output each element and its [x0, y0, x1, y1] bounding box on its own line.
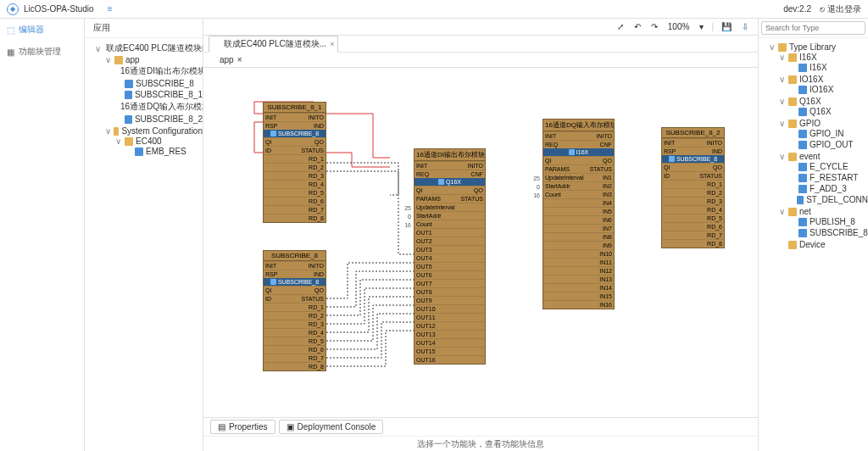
topbar: ◆ LicOS-OPA-Studio ≡ dev:2.2 ⎋退出登录: [0, 0, 868, 19]
lib-item[interactable]: SUBSCRIBE_8: [789, 228, 868, 237]
block-subscribe-8-1[interactable]: SUBSCRIBE_8_1 INITINITO RSPIND SUBSCRIBE…: [263, 102, 326, 223]
project-tree: ∨联成EC400 PLC隧道模块组态 ∨app 16通道DI输出布尔模块 SUB…: [85, 38, 203, 163]
fb-icon: [125, 91, 132, 99]
fb-type-icon: [669, 156, 675, 162]
blocks-icon: ▦: [7, 47, 15, 56]
folder-icon: [114, 127, 119, 136]
center: ⤢ ↶ ↷ 100% ▾ | 💾 ⇩ 联成EC400 PLC隧道模块...× a…: [203, 19, 758, 451]
fb-type-icon: [270, 131, 276, 136]
lib-group[interactable]: ∨event: [779, 152, 868, 161]
close-icon[interactable]: ×: [237, 55, 242, 64]
port-value: 25: [527, 175, 540, 181]
search-input[interactable]: [761, 21, 865, 35]
lib-group[interactable]: ∨I16X: [779, 53, 868, 62]
lib-group[interactable]: ∨IO16X: [779, 75, 868, 84]
tree-emb[interactable]: EMB_RES: [125, 147, 203, 156]
lib-item[interactable]: E_CYCLE: [789, 162, 868, 171]
folder-icon: [209, 56, 216, 64]
lib-item[interactable]: F_RESTART: [789, 173, 868, 182]
hamburger-icon[interactable]: ≡: [108, 4, 113, 14]
lib-item[interactable]: IO16X: [789, 85, 868, 94]
editor-icon: ⬚: [7, 25, 15, 34]
tab-properties[interactable]: ▤Properties: [210, 420, 275, 434]
block-subscribe-8-2[interactable]: SUBSCRIBE_8_2 INITINITO RSPIND SUBSCRIBE…: [661, 127, 725, 248]
redo-icon[interactable]: ↷: [648, 22, 660, 31]
fb-icon: [125, 115, 132, 124]
close-icon[interactable]: ×: [330, 40, 334, 48]
version-label: dev:2.2: [783, 4, 811, 14]
fb-type-icon: [569, 149, 575, 155]
block-i16x[interactable]: 16通道DQ输入布尔模块 INITINITO REQCNF I16X QIQO …: [542, 119, 615, 309]
logout-icon: ⎋: [820, 4, 825, 14]
lib-item[interactable]: Q16X: [789, 107, 868, 116]
breadcrumb-item[interactable]: app: [220, 55, 234, 64]
undo-icon[interactable]: ↶: [632, 22, 643, 31]
logout-button[interactable]: ⎋退出登录: [820, 3, 861, 15]
lib-item[interactable]: PUBLISH_8: [789, 217, 868, 226]
tree-app[interactable]: ∨app: [105, 55, 203, 64]
folder-icon: [778, 43, 787, 52]
port-value: 16: [527, 192, 540, 198]
tree-ec400[interactable]: ∨EC400: [115, 136, 203, 146]
canvas-toolbar: ⤢ ↶ ↷ 100% ▾ | 💾 ⇩: [203, 19, 758, 36]
app-logo-icon: ◆: [7, 3, 19, 15]
lib-group[interactable]: ∨Q16X: [779, 97, 868, 106]
folder-icon: [114, 56, 123, 64]
tree-item[interactable]: 16通道DI输出布尔模块: [115, 65, 203, 77]
chevron-down-icon[interactable]: ▾: [697, 22, 706, 31]
zoom-level[interactable]: 100%: [665, 22, 693, 31]
port-value: 0: [398, 214, 411, 220]
console-icon: ▣: [287, 422, 294, 432]
project-tree-panel: 应用 ∨联成EC400 PLC隧道模块组态 ∨app 16通道DI输出布尔模块 …: [85, 19, 203, 451]
tree-head: 应用: [85, 19, 203, 38]
lib-item[interactable]: ST_DEL_CONN: [789, 195, 868, 204]
save-icon[interactable]: 💾: [719, 22, 734, 31]
breadcrumb: app ×: [203, 53, 758, 68]
fb-icon: [125, 80, 133, 88]
port-value: 16: [398, 222, 411, 228]
export-icon[interactable]: ⇩: [739, 22, 751, 31]
topbar-right: dev:2.2 ⎋退出登录: [783, 3, 861, 15]
type-library-tree: ∨Type Library ∨I16XI16X ∨IO16XIO16X ∨Q16…: [759, 38, 868, 254]
editor-tabs: 联成EC400 PLC隧道模块...×: [203, 36, 758, 53]
fb-type-icon: [438, 179, 444, 185]
tree-syscfg[interactable]: ∨System Configuration: [105, 126, 203, 136]
lib-group[interactable]: ∨net: [779, 207, 868, 216]
tree-item[interactable]: 16通道DQ输入布尔模块: [115, 101, 203, 113]
nav-editor[interactable]: ⬚编辑器: [0, 19, 84, 41]
bottom-tabs: ▤Properties ▣Deployment Console: [203, 417, 758, 436]
type-library-panel: ∨Type Library ∨I16XI16X ∨IO16XIO16X ∨Q16…: [758, 19, 868, 451]
nav-fb-manage[interactable]: ▦功能块管理: [0, 41, 84, 63]
canvas[interactable]: SUBSCRIBE_8_1 INITINITO RSPIND SUBSCRIBE…: [203, 68, 758, 417]
lib-group[interactable]: ∨GPIO: [779, 119, 868, 128]
left-nav: ⬚编辑器 ▦功能块管理: [0, 19, 85, 451]
block-q16x[interactable]: 16通道DI输出布尔模块 INITINITO REQCNF Q16X QIQO …: [414, 148, 486, 365]
res-icon: [135, 148, 143, 156]
status-bar: 选择一个功能块，查看功能块信息: [203, 436, 758, 451]
lib-item[interactable]: GPIO_OUT: [789, 140, 868, 149]
tree-item[interactable]: SUBSCRIBE_8: [115, 79, 203, 88]
block-subscribe-8[interactable]: SUBSCRIBE_8 INITINITO RSPIND SUBSCRIBE_8…: [263, 250, 326, 371]
tab-app[interactable]: 联成EC400 PLC隧道模块...×: [209, 36, 338, 53]
port-value: 25: [398, 205, 411, 211]
topbar-left: ◆ LicOS-OPA-Studio ≡: [7, 3, 112, 15]
app-title: LicOS-OPA-Studio: [24, 4, 94, 14]
tree-item[interactable]: SUBSCRIBE_8_2: [115, 114, 203, 124]
lib-item[interactable]: F_ADD_3: [789, 184, 868, 193]
tab-icon: [213, 40, 220, 47]
fit-icon[interactable]: ⤢: [615, 22, 626, 31]
properties-icon: ▤: [218, 422, 225, 432]
tree-root[interactable]: ∨联成EC400 PLC隧道模块组态: [95, 42, 203, 54]
main: ⬚编辑器 ▦功能块管理 应用 ∨联成EC400 PLC隧道模块组态 ∨app 1…: [0, 19, 868, 451]
tab-deploy[interactable]: ▣Deployment Console: [279, 420, 384, 434]
lib-group[interactable]: Device: [779, 240, 868, 249]
lib-root[interactable]: ∨Type Library: [769, 42, 868, 52]
folder-icon: [125, 137, 133, 146]
port-value: 0: [527, 184, 540, 190]
lib-item[interactable]: I16X: [789, 63, 868, 72]
lib-item[interactable]: GPIO_IN: [789, 129, 868, 138]
tree-item[interactable]: SUBSCRIBE_8_1: [115, 90, 203, 99]
fb-type-icon: [270, 279, 276, 285]
